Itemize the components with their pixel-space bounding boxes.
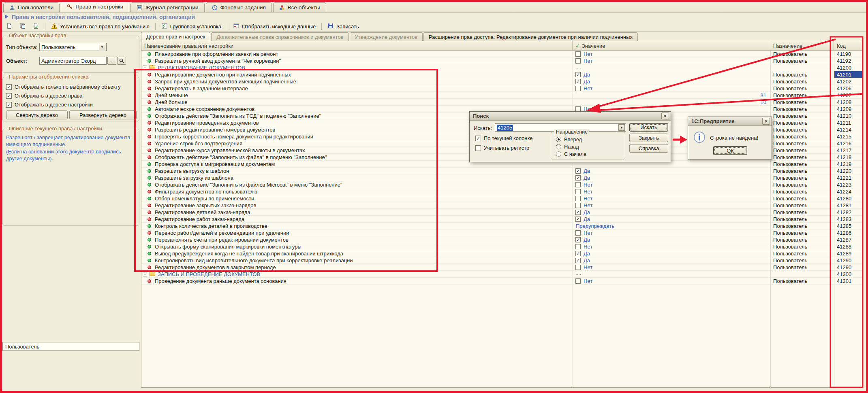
rights-row[interactable]: Разрешить загрузку из шаблона✓ДаПользова… xyxy=(141,174,862,181)
radio-icon[interactable] xyxy=(556,137,561,142)
tab-users[interactable]: Пользователи xyxy=(3,2,60,12)
tab-rights-settings[interactable]: Права и настройки xyxy=(61,1,129,12)
case-sensitive-checkbox[interactable]: Учитывать регистр xyxy=(475,145,529,151)
current-column-checkbox[interactable]: ✓ По текущей колонке xyxy=(475,135,532,141)
object-type-select[interactable]: Пользователь ▼ xyxy=(39,43,107,51)
rights-row[interactable]: Запрос при удалении документов имеющих п… xyxy=(141,78,862,85)
rights-row[interactable]: −РЕДАКТИРОВАНИЕ ДОКУМЕНТОВ- -41200 xyxy=(141,64,862,71)
rights-row[interactable]: Разрешить ручной ввод документа "Чек кор… xyxy=(141,57,862,64)
value-checkbox[interactable] xyxy=(575,203,581,208)
rights-row[interactable]: Вывод предупреждения когда не найден тов… xyxy=(141,250,862,257)
message-dialog-titlebar[interactable]: 1С:Предприятие × xyxy=(688,117,772,126)
toolbar-icon-button-3[interactable] xyxy=(30,22,42,31)
object-value-input[interactable]: Администратор Экорд xyxy=(39,57,107,65)
show-only-selected-checkbox[interactable]: ✓ Отображать только по выбранному объект… xyxy=(6,84,121,90)
value-checkbox[interactable]: ✓ xyxy=(575,210,581,215)
radio-icon[interactable] xyxy=(556,144,561,149)
value-checkbox[interactable] xyxy=(575,58,581,64)
value-checkbox[interactable] xyxy=(575,189,581,194)
column-header-assign[interactable]: Назначение xyxy=(770,41,834,50)
value-checkbox[interactable]: ✓ xyxy=(575,168,581,174)
column-header-code[interactable]: Код xyxy=(834,41,862,50)
checkbox-icon[interactable]: ✓ xyxy=(6,102,12,108)
object-search-button[interactable] xyxy=(117,57,126,65)
rights-row[interactable]: Дней меньше31Пользователь41207 xyxy=(141,92,862,99)
value-checkbox[interactable] xyxy=(575,106,581,112)
rights-row[interactable]: Редактировать в заданном интервалеНетПол… xyxy=(141,85,862,92)
chevron-down-icon[interactable]: ▼ xyxy=(99,44,105,50)
rights-row[interactable]: Дней больше10Пользователь41208 xyxy=(141,99,862,106)
value-checkbox[interactable] xyxy=(575,196,581,201)
radio-icon[interactable] xyxy=(556,151,561,157)
close-icon[interactable]: × xyxy=(661,113,669,119)
value-checkbox[interactable]: ✓ xyxy=(575,175,581,181)
value-text: Да xyxy=(584,168,590,174)
rights-row[interactable]: Редактирование деталей заказ-наряда✓ДаПо… xyxy=(141,209,862,216)
find-button[interactable]: Искать xyxy=(629,123,668,132)
checkbox-icon[interactable] xyxy=(475,145,481,151)
rights-row[interactable]: Перезаполнять счета при редактировании д… xyxy=(141,236,862,243)
rights-row[interactable]: Редактирование работ заказ-наряда✓ДаПоль… xyxy=(141,216,862,223)
save-button[interactable]: Записать xyxy=(325,22,362,31)
rights-row[interactable]: Контролировать вид исправительного докум… xyxy=(141,257,862,264)
value-checkbox[interactable] xyxy=(575,182,581,187)
tree-collapse-icon[interactable]: − xyxy=(143,272,147,276)
rights-row[interactable]: Проведение документа раньше документа ос… xyxy=(141,278,862,285)
value-checkbox[interactable] xyxy=(575,265,581,270)
rights-row[interactable]: Редактирование закрытых заказ-нарядовНет… xyxy=(141,202,862,209)
toolbar-icon-button-2[interactable] xyxy=(17,22,29,31)
value-checkbox[interactable]: ✓ xyxy=(575,72,581,77)
rights-row[interactable]: Перенос работ/деталей в рекомендации при… xyxy=(141,229,862,236)
app-window: Пользователи Права и настройки Журнал ре… xyxy=(0,0,868,393)
ok-button[interactable]: ОК xyxy=(713,146,747,155)
close-icon[interactable]: × xyxy=(762,118,770,125)
toolbar-icon-button-1[interactable] xyxy=(3,22,15,31)
value-checkbox[interactable]: ✓ xyxy=(575,251,581,256)
tab-access-extension[interactable]: Расширение прав доступа: Редактирование … xyxy=(423,32,638,41)
rights-row[interactable]: Контроль количества деталей в производст… xyxy=(141,223,862,229)
rights-row[interactable]: Планирование при оформлении заявки на ре… xyxy=(141,51,862,57)
tree-collapse-icon[interactable]: − xyxy=(143,66,147,70)
value-checkbox[interactable] xyxy=(575,244,581,249)
rights-row[interactable]: Отбор номенклатуры по применяемостиНетПо… xyxy=(141,195,862,202)
value-checkbox[interactable]: ✓ xyxy=(575,258,581,263)
tab-background-jobs[interactable]: Фоновые задания xyxy=(206,2,272,12)
value-checkbox[interactable]: ✓ xyxy=(575,217,581,222)
rights-row[interactable]: Редактирование документов при наличии по… xyxy=(141,71,862,78)
column-header-value[interactable]: ✓Значение xyxy=(573,41,770,50)
value-checkbox[interactable]: ✓ xyxy=(575,237,581,242)
checkbox-icon[interactable]: ✓ xyxy=(6,93,12,99)
rights-row[interactable]: Отображать действие "Заполнить из файлов… xyxy=(141,181,862,188)
show-in-settings-tree-checkbox[interactable]: ✓ Отображать в дереве настройки xyxy=(6,102,93,108)
show-source-data-button[interactable]: Отобразить исходные данные xyxy=(230,22,319,31)
set-default-rights-button[interactable]: Установить все права по умолчанию xyxy=(48,22,152,31)
help-button[interactable]: Справка xyxy=(629,144,668,153)
group-set-button[interactable]: Групповая установка xyxy=(158,22,224,31)
rights-row[interactable]: Редактирование документов в закрытом пер… xyxy=(141,264,862,271)
direction-forward-radio[interactable]: Вперед xyxy=(556,136,582,142)
rights-row[interactable]: −ЗАПИСЬ И ПРОВЕДЕНИЕ ДОКУМЕНТОВ- -41300 xyxy=(141,271,862,278)
chevron-down-icon[interactable]: ▼ xyxy=(618,124,625,131)
close-button[interactable]: Закрыть xyxy=(629,134,668,142)
checkbox-icon[interactable]: ✓ xyxy=(6,84,12,90)
rights-row[interactable]: Фильтрация документов по пользователюНет… xyxy=(141,188,862,195)
object-picker-button[interactable]: ... xyxy=(107,57,116,65)
rights-row[interactable]: Разрешить выгрузку в шаблон✓ДаПользовате… xyxy=(141,168,862,174)
direction-back-radio[interactable]: Назад xyxy=(556,144,579,150)
tab-all-objects[interactable]: Все объекты xyxy=(273,2,326,12)
tab-rights-tree[interactable]: Дерево прав и настроек xyxy=(141,32,210,41)
value-checkbox[interactable] xyxy=(575,278,581,284)
value-checkbox[interactable] xyxy=(575,51,581,57)
value-checkbox[interactable]: ✓ xyxy=(575,79,581,84)
direction-from-start-radio[interactable]: С начала xyxy=(556,151,586,157)
show-in-rights-tree-checkbox[interactable]: ✓ Отображать в дереве права xyxy=(6,93,82,99)
collapse-tree-button[interactable]: Свернуть дерево xyxy=(6,110,68,119)
value-checkbox[interactable] xyxy=(575,230,581,236)
value-checkbox[interactable] xyxy=(575,86,581,91)
tab-event-log[interactable]: Журнал регистрации xyxy=(130,2,204,12)
search-dialog-titlebar[interactable]: Поиск × xyxy=(470,112,671,121)
checkbox-icon[interactable]: ✓ xyxy=(475,136,481,141)
expand-tree-button[interactable]: Развернуть дерево xyxy=(69,110,137,119)
rights-row[interactable]: Открывать форму сканирования маркировки … xyxy=(141,243,862,250)
column-header-name[interactable]: Наименование права или настройки xyxy=(141,41,573,50)
